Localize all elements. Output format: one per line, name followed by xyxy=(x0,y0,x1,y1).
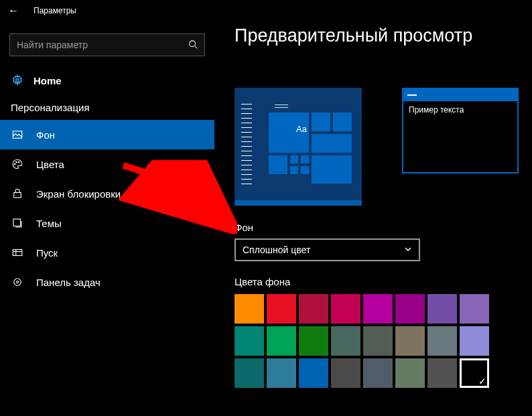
svg-line-1 xyxy=(195,46,198,48)
sidebar-item-label: Фон xyxy=(36,129,55,141)
sample-text: Пример текста xyxy=(403,101,517,119)
color-swatch[interactable] xyxy=(427,326,457,356)
color-swatch[interactable] xyxy=(395,294,425,324)
color-swatch[interactable] xyxy=(235,294,264,324)
svg-point-5 xyxy=(16,161,17,163)
color-swatch[interactable] xyxy=(460,294,489,324)
gear-icon xyxy=(11,74,24,87)
sidebar-item-label: Темы xyxy=(36,218,62,229)
sidebar-item-label: Цвета xyxy=(36,159,64,170)
color-swatch[interactable] xyxy=(363,358,393,388)
color-swatch[interactable] xyxy=(363,326,393,356)
window-preview: Пример текста xyxy=(402,88,519,174)
search-icon xyxy=(188,40,198,51)
sidebar-item-taskbar[interactable]: Панель задач xyxy=(0,267,214,297)
start-icon xyxy=(11,246,24,259)
lock-icon xyxy=(11,187,24,200)
preview-tile-text: Aa xyxy=(296,124,307,134)
color-swatch[interactable] xyxy=(331,326,360,356)
color-swatch[interactable] xyxy=(299,358,328,388)
palette-icon xyxy=(11,157,24,171)
sidebar: Найти параметр Home Персонализация Фон Ц… xyxy=(0,21,214,416)
page-title: Предварительный просмотр xyxy=(235,21,532,56)
sidebar-item-lockscreen[interactable]: Экран блокировки xyxy=(0,179,214,208)
color-swatch[interactable] xyxy=(235,358,264,388)
color-swatch[interactable] xyxy=(235,326,264,356)
color-swatch[interactable] xyxy=(299,294,328,324)
svg-rect-7 xyxy=(14,193,21,198)
sidebar-item-label: Экран блокировки xyxy=(36,188,121,200)
back-icon[interactable]: ← xyxy=(8,5,19,17)
color-swatch[interactable] xyxy=(331,358,360,388)
chevron-down-icon xyxy=(404,245,412,255)
main-panel: Предварительный просмотр Aa xyxy=(214,21,532,416)
themes-icon xyxy=(11,216,24,230)
search-placeholder: Найти параметр xyxy=(17,40,188,50)
color-swatch[interactable] xyxy=(299,326,328,356)
svg-point-13 xyxy=(17,281,19,283)
sidebar-item-themes[interactable]: Темы xyxy=(0,208,214,238)
color-swatch[interactable] xyxy=(267,326,296,356)
svg-rect-9 xyxy=(13,250,22,256)
color-swatch[interactable] xyxy=(395,358,425,388)
color-swatch[interactable] xyxy=(363,294,393,324)
sidebar-item-label: Панель задач xyxy=(36,277,101,288)
background-dropdown[interactable]: Сплошной цвет xyxy=(235,238,420,261)
color-swatch[interactable] xyxy=(460,358,489,388)
color-swatch[interactable] xyxy=(331,294,360,324)
window-title: Параметры xyxy=(34,6,76,15)
sidebar-item-label: Пуск xyxy=(36,247,58,259)
color-swatch[interactable] xyxy=(267,294,296,324)
taskbar-gear-icon xyxy=(11,275,24,289)
search-input[interactable]: Найти параметр xyxy=(9,33,205,56)
svg-point-0 xyxy=(190,40,196,46)
color-swatch[interactable] xyxy=(427,294,457,324)
color-swatch[interactable] xyxy=(395,326,425,356)
sidebar-item-background[interactable]: Фон xyxy=(0,120,214,149)
background-colors-label: Цвета фона xyxy=(235,276,532,287)
titlebar: ← Параметры xyxy=(0,0,532,21)
svg-point-6 xyxy=(19,161,20,163)
home-label: Home xyxy=(34,75,62,86)
sidebar-item-start[interactable]: Пуск xyxy=(0,238,214,267)
color-swatch[interactable] xyxy=(460,326,489,356)
background-label: Фон xyxy=(235,222,532,233)
section-heading: Персонализация xyxy=(0,98,214,120)
picture-icon xyxy=(11,128,24,141)
dropdown-value: Сплошной цвет xyxy=(243,245,310,255)
svg-point-4 xyxy=(15,163,16,165)
sidebar-item-colors[interactable]: Цвета xyxy=(0,149,214,179)
color-swatches xyxy=(235,294,532,388)
svg-point-12 xyxy=(14,279,21,286)
svg-point-2 xyxy=(16,79,19,82)
home-button[interactable]: Home xyxy=(0,68,214,98)
color-swatch[interactable] xyxy=(427,358,457,388)
svg-rect-8 xyxy=(13,219,21,226)
desktop-preview: Aa xyxy=(235,88,362,206)
color-swatch[interactable] xyxy=(267,358,296,388)
preview-area: Aa Пример текста xyxy=(235,88,532,206)
